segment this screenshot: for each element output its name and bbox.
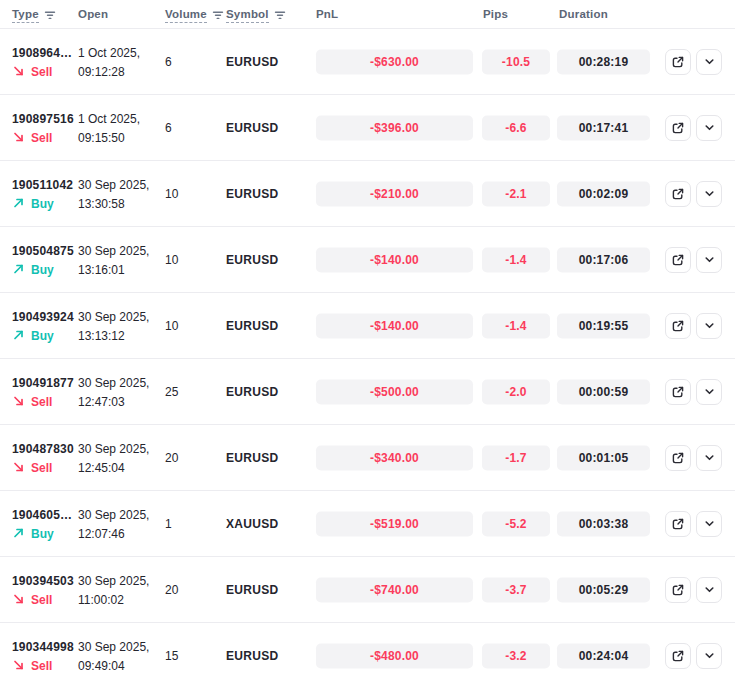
expand-row-button[interactable] [696,247,722,273]
pnl-badge: -$396.00 [316,115,473,140]
type-cell: 190493924 Buy [12,309,74,342]
type-cell: 190511042 Buy [12,177,73,210]
open-external-button[interactable] [665,49,691,75]
symbol-value: EURUSD [226,649,278,663]
expand-row-button[interactable] [696,511,722,537]
expand-row-button[interactable] [696,313,722,339]
pips-badge: -2.1 [482,181,550,206]
chevron-down-icon [703,187,716,200]
table-row: 190897516 Sell 1 Oct 2025, 09:15:50 6 EU… [0,95,735,161]
arrow-up-right-icon [12,527,25,540]
open-external-button[interactable] [665,643,691,669]
open-external-button[interactable] [665,115,691,141]
open-external-icon [671,187,685,201]
expand-row-button[interactable] [696,445,722,471]
open-external-button[interactable] [665,445,691,471]
volume-value: 6 [165,121,172,135]
open-external-button[interactable] [665,379,691,405]
arrow-up-right-icon [12,263,25,276]
column-label-symbol: Symbol [226,7,269,23]
expand-row-button[interactable] [696,115,722,141]
column-header-pnl: PnL [316,7,338,21]
pnl-badge: -$630.00 [316,49,473,74]
arrow-down-right-icon [12,395,25,408]
expand-row-button[interactable] [696,643,722,669]
arrow-up-right-icon [12,197,25,210]
volume-value: 15 [165,649,178,663]
open-external-button[interactable] [665,577,691,603]
open-time: 13:30:58 [78,196,149,210]
open-cell: 30 Sep 2025, 09:49:04 [78,639,149,672]
open-external-button[interactable] [665,181,691,207]
open-external-button[interactable] [665,313,691,339]
open-external-icon [671,583,685,597]
table-header: Type Open Volume Symbol PnL Pips Du [0,0,735,29]
open-date: 30 Sep 2025, [78,507,149,521]
volume-value: 25 [165,385,178,399]
table-row: 190504875 Buy 30 Sep 2025, 13:16:01 10 E… [0,227,735,293]
trade-side: Sell [12,658,74,672]
position-id: 190511042 [12,177,73,191]
trade-side: Buy [12,328,74,342]
symbol-value: EURUSD [226,55,278,69]
pips-badge: -1.4 [482,247,550,272]
position-id: 190487830 [12,441,74,455]
chevron-down-icon [703,253,716,266]
symbol-value: EURUSD [226,121,278,135]
open-cell: 1 Oct 2025, 09:15:50 [78,111,140,144]
open-external-button[interactable] [665,247,691,273]
open-date: 30 Sep 2025, [78,639,149,653]
filter-lines-icon[interactable] [44,9,56,21]
volume-value: 10 [165,319,178,333]
filter-lines-icon[interactable] [274,9,286,21]
open-external-icon [671,649,685,663]
column-header-type[interactable]: Type [12,7,56,23]
expand-row-button[interactable] [696,181,722,207]
open-date: 30 Sep 2025, [78,573,149,587]
symbol-value: EURUSD [226,319,278,333]
side-label: Sell [31,64,52,78]
open-date: 30 Sep 2025, [78,243,149,257]
position-id: 1908964… [12,45,72,59]
type-cell: 190394503 Sell [12,573,74,606]
open-cell: 30 Sep 2025, 13:30:58 [78,177,149,210]
table-row: 1908964… Sell 1 Oct 2025, 09:12:28 6 EUR… [0,29,735,95]
position-id: 1904605… [12,507,72,521]
expand-row-button[interactable] [696,379,722,405]
pips-badge: -1.4 [482,313,550,338]
side-label: Sell [31,592,52,606]
position-id: 190344998 [12,639,74,653]
open-time: 13:13:12 [78,328,149,342]
open-date: 30 Sep 2025, [78,375,149,389]
type-cell: 190897516 Sell [12,111,74,144]
open-external-button[interactable] [665,511,691,537]
pips-badge: -5.2 [482,511,550,536]
table-row: 190511042 Buy 30 Sep 2025, 13:30:58 10 E… [0,161,735,227]
open-time: 09:15:50 [78,130,140,144]
open-external-icon [671,385,685,399]
arrow-up-right-icon [12,329,25,342]
type-cell: 190491877 Sell [12,375,74,408]
column-header-volume[interactable]: Volume [165,7,224,23]
expand-row-button[interactable] [696,49,722,75]
column-label-pnl: PnL [316,7,338,21]
trade-side: Buy [12,196,73,210]
expand-row-button[interactable] [696,577,722,603]
type-cell: 1908964… Sell [12,45,72,78]
pips-badge: -10.5 [482,49,550,74]
open-cell: 30 Sep 2025, 12:45:04 [78,441,149,474]
duration-badge: 00:19:55 [557,313,650,338]
open-date: 30 Sep 2025, [78,441,149,455]
volume-value: 20 [165,583,178,597]
open-cell: 30 Sep 2025, 12:07:46 [78,507,149,540]
column-header-symbol[interactable]: Symbol [226,7,286,23]
open-external-icon [671,121,685,135]
position-id: 190493924 [12,309,74,323]
pnl-badge: -$210.00 [316,181,473,206]
filter-lines-icon[interactable] [212,9,224,21]
pips-badge: -3.7 [482,577,550,602]
pnl-badge: -$500.00 [316,379,473,404]
type-cell: 190344998 Sell [12,639,74,672]
chevron-down-icon [703,319,716,332]
trade-history-table: Type Open Volume Symbol PnL Pips Du [0,0,735,685]
